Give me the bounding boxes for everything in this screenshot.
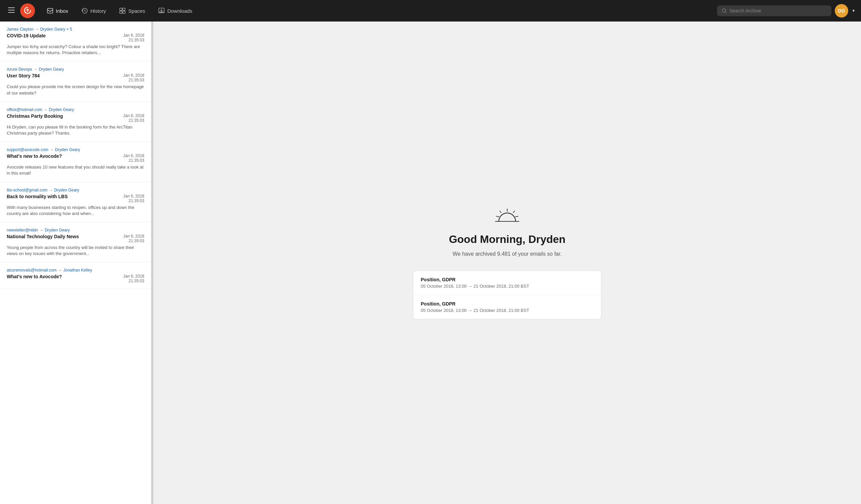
nav-item-spaces[interactable]: Spaces [113, 5, 152, 16]
email-subject: What's new to Avocode? [7, 153, 119, 159]
email-date: Jan 6, 201821:35:03 [123, 73, 144, 82]
email-item[interactable]: lbs-school@gmail.com → Dryden Geary Back… [0, 182, 151, 222]
svg-rect-3 [47, 9, 53, 13]
card-title: Position, GDPR [421, 277, 593, 282]
email-row: Back to normality with LBS Jan 6, 201821… [7, 194, 144, 203]
card-item[interactable]: Position, GDPR 05 October 2018, 13:00 → … [413, 271, 601, 295]
nav-spaces-label: Spaces [128, 8, 145, 14]
card-date: 05 October 2018, 13:00 → 21 October 2018… [421, 284, 593, 289]
email-preview: Jumper too itchy and scratchy? Colour a … [7, 44, 144, 56]
email-date: Jan 6, 201821:35:03 [123, 274, 144, 283]
email-subject: Back to normality with LBS [7, 194, 119, 199]
email-item[interactable]: Azure Devops → Dryden Geary User Story 7… [0, 62, 151, 101]
email-item[interactable]: office@hotmail.com → Dryden Geary Christ… [0, 102, 151, 142]
card-date: 05 October 2018, 13:00 → 21 October 2018… [421, 308, 593, 313]
svg-rect-8 [123, 11, 125, 13]
menu-icon[interactable] [5, 5, 17, 17]
welcome-subtitle: We have archived 9,481 of your emails so… [453, 251, 562, 257]
email-subject: What's new to Avocode? [7, 274, 119, 279]
email-sender: support@avocode.com → Dryden Geary [7, 147, 144, 152]
svg-rect-5 [120, 8, 122, 11]
email-sender: newsletter@ntldn → Dryden Geary [7, 228, 144, 232]
email-preview: Could you please provide me the screen d… [7, 84, 144, 96]
email-list: James Clayton → Dryden Geary + 5 COVID-1… [0, 22, 151, 504]
svg-line-15 [496, 216, 499, 217]
email-preview: Avocode releases 10 new features that yo… [7, 164, 144, 176]
header-right: DG ▼ [717, 4, 856, 17]
main-nav: Inbox History Spaces [40, 5, 714, 16]
email-sender: Azure Devops → Dryden Geary [7, 67, 144, 72]
cards-container: Position, GDPR 05 October 2018, 13:00 → … [413, 271, 601, 319]
email-item[interactable]: newsletter@ntldn → Dryden Geary National… [0, 222, 151, 262]
svg-rect-1 [8, 10, 15, 11]
avatar-dropdown-icon[interactable]: ▼ [851, 9, 856, 13]
email-date: Jan 6, 201821:35:03 [123, 234, 144, 243]
card-title: Position, GDPR [421, 301, 593, 307]
email-subject: Christmas Party Booking [7, 113, 119, 119]
email-row: What's new to Avocode? Jan 6, 201821:35:… [7, 274, 144, 283]
nav-item-history[interactable]: History [75, 5, 113, 16]
welcome-title: Good Morning, Dryden [449, 233, 566, 246]
app-logo[interactable] [20, 3, 35, 18]
avatar[interactable]: DG [835, 4, 848, 17]
sun-icon [494, 206, 521, 228]
email-row: What's new to Avocode? Jan 6, 201821:35:… [7, 153, 144, 163]
nav-inbox-label: Inbox [56, 8, 68, 14]
svg-line-13 [500, 211, 501, 213]
email-item[interactable]: support@avocode.com → Dryden Geary What'… [0, 142, 151, 182]
nav-history-label: History [91, 8, 106, 14]
email-sender: atozremovals@hotmail.com → Jonathan Kell… [7, 268, 144, 273]
email-date: Jan 6, 201821:35:03 [123, 113, 144, 123]
email-row: User Story 784 Jan 6, 201821:35:03 [7, 73, 144, 82]
email-preview: With many businesses starting to reopen,… [7, 205, 144, 217]
email-sender: office@hotmail.com → Dryden Geary [7, 107, 144, 112]
svg-rect-0 [8, 8, 15, 8]
search-bar[interactable] [717, 5, 831, 16]
svg-rect-2 [8, 12, 15, 13]
email-subject: National Technology Daily News [7, 234, 119, 239]
svg-rect-7 [120, 11, 122, 13]
search-icon [722, 8, 727, 13]
email-subject: COVID-19 Update [7, 33, 119, 38]
email-item[interactable]: atozremovals@hotmail.com → Jonathan Kell… [0, 262, 151, 289]
email-row: Christmas Party Booking Jan 6, 201821:35… [7, 113, 144, 123]
welcome-section: Good Morning, Dryden We have archived 9,… [449, 206, 566, 257]
email-date: Jan 6, 201821:35:03 [123, 153, 144, 163]
email-sender: lbs-school@gmail.com → Dryden Geary [7, 188, 144, 192]
email-date: Jan 6, 201821:35:03 [123, 194, 144, 203]
svg-rect-6 [123, 8, 125, 11]
email-subject: User Story 784 [7, 73, 119, 78]
nav-downloads-label: Downloads [167, 8, 192, 14]
avatar-initials: DG [838, 8, 845, 13]
email-row: National Technology Daily News Jan 6, 20… [7, 234, 144, 243]
right-panel: Good Morning, Dryden We have archived 9,… [153, 22, 861, 504]
email-date: Jan 6, 201821:35:03 [123, 33, 144, 42]
svg-line-14 [513, 211, 515, 213]
email-preview: Hi Dryden, can you please fill in the bo… [7, 124, 144, 136]
email-item[interactable]: James Clayton → Dryden Geary + 5 COVID-1… [0, 22, 151, 62]
header: Inbox History Spaces [0, 0, 861, 22]
email-sender: James Clayton → Dryden Geary + 5 [7, 27, 144, 32]
nav-item-downloads[interactable]: Downloads [152, 5, 199, 16]
main-content: James Clayton → Dryden Geary + 5 COVID-1… [0, 22, 861, 504]
email-preview: Young people from across the country wil… [7, 245, 144, 257]
nav-item-inbox[interactable]: Inbox [40, 5, 75, 16]
card-item[interactable]: Position, GDPR 05 October 2018, 13:00 → … [413, 295, 601, 319]
email-row: COVID-19 Update Jan 6, 201821:35:03 [7, 33, 144, 42]
search-input[interactable] [729, 8, 827, 13]
svg-line-16 [516, 216, 518, 217]
